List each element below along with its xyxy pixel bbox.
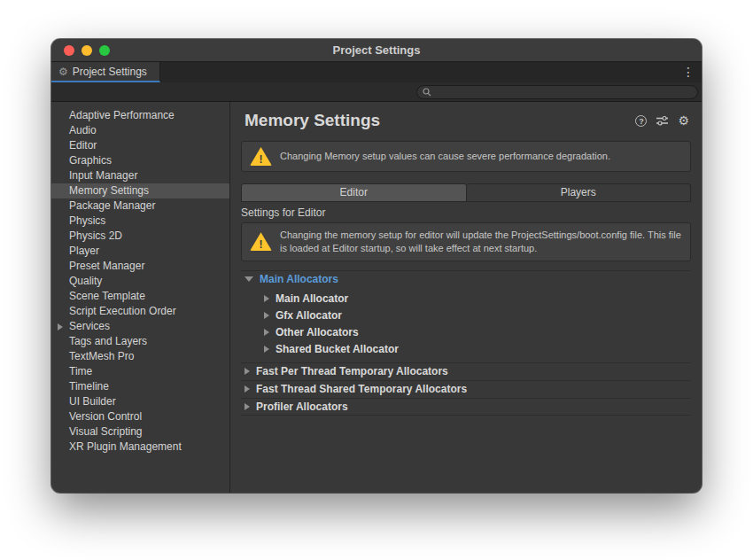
memory-settings-panel: Memory Settings ? ⚙: [230, 102, 702, 493]
project-settings-window: Project Settings ⚙ Project Settings ⋮: [51, 39, 702, 493]
sidebar-item-input-manager[interactable]: Input Manager: [51, 168, 229, 183]
sidebar-item-label: Adaptive Performance: [69, 109, 175, 121]
foldout-main-allocators[interactable]: Main Allocators: [241, 270, 691, 288]
help-icon[interactable]: ?: [635, 115, 647, 127]
foldout-closed-icon: [264, 295, 269, 302]
foldout-label: Other Allocators: [276, 326, 359, 338]
sidebar-item-label: Timeline: [69, 380, 109, 393]
header-icons: ? ⚙: [635, 114, 689, 127]
page-title: Memory Settings: [245, 111, 380, 130]
main-allocators-children: Main Allocator Gfx Allocator Other Alloc…: [241, 288, 691, 362]
foldout-label: Fast Thread Shared Temporary Allocators: [256, 383, 467, 395]
sidebar-item-package-manager[interactable]: Package Manager: [51, 198, 229, 214]
foldout-closed-icon: [264, 346, 269, 353]
foldout-closed-icon: [245, 385, 250, 393]
sidebar-item-version-control[interactable]: Version Control: [51, 409, 229, 424]
sidebar-item-label: Package Manager: [69, 199, 155, 212]
sidebar-item-quality[interactable]: Quality: [51, 274, 229, 289]
sidebar-item-editor[interactable]: Editor: [51, 138, 229, 153]
sidebar-item-label: Scene Template: [69, 290, 145, 302]
warning-exclamation: !: [250, 154, 272, 165]
search-field[interactable]: [416, 85, 698, 99]
settings-sidebar: Adaptive Performance Audio Editor Graphi…: [51, 102, 230, 493]
search-input[interactable]: [435, 87, 692, 97]
foldout-label: Main Allocators: [260, 273, 338, 285]
foldout-profiler-allocators[interactable]: Profiler Allocators: [241, 398, 691, 416]
settings-for-label: Settings for Editor: [241, 206, 691, 219]
sidebar-item-label: Time: [69, 365, 92, 377]
sidebar-item-label: Input Manager: [69, 169, 137, 182]
sidebar-item-label: Script Execution Order: [69, 305, 176, 317]
sidebar-item-memory-settings[interactable]: Memory Settings: [51, 183, 229, 198]
warning-text: Changing Memory setup values can cause s…: [280, 150, 610, 163]
tab-editor[interactable]: Editor: [241, 183, 467, 202]
dock-tab-strip: ⚙ Project Settings ⋮: [51, 62, 702, 82]
sidebar-item-adaptive-performance[interactable]: Adaptive Performance: [51, 108, 229, 123]
sidebar-item-physics[interactable]: Physics: [51, 214, 229, 229]
foldout-shared-bucket-allocator[interactable]: Shared Bucket Allocator: [241, 341, 691, 358]
gear-icon[interactable]: ⚙: [678, 114, 689, 127]
foldout-gfx-allocator[interactable]: Gfx Allocator: [241, 307, 691, 324]
foldout-label: Shared Bucket Allocator: [276, 343, 399, 355]
foldout-closed-icon: [264, 312, 269, 319]
foldout-closed-icon: [264, 329, 269, 336]
warning-box-global: ! Changing Memory setup values can cause…: [241, 141, 691, 172]
foldout-other-allocators[interactable]: Other Allocators: [241, 324, 691, 341]
sidebar-item-script-execution-order[interactable]: Script Execution Order: [51, 304, 229, 319]
window-menu-icon[interactable]: ⋮: [682, 62, 695, 82]
sidebar-item-time[interactable]: Time: [51, 364, 229, 379]
warning-box-editor: ! Changing the memory setup for editor w…: [241, 222, 691, 261]
dock-tab-label: Project Settings: [73, 66, 147, 78]
sidebar-item-visual-scripting[interactable]: Visual Scripting: [51, 424, 229, 439]
foldout-label: Fast Per Thread Temporary Allocators: [256, 365, 448, 377]
sidebar-item-label: Tags and Layers: [69, 335, 147, 347]
foldout-fast-thread-shared-temporary-allocators[interactable]: Fast Thread Shared Temporary Allocators: [241, 380, 691, 398]
sidebar-item-label: Preset Manager: [69, 260, 144, 272]
sidebar-item-physics-2d[interactable]: Physics 2D: [51, 229, 229, 244]
sidebar-item-scene-template[interactable]: Scene Template: [51, 289, 229, 304]
panel-header: Memory Settings ? ⚙: [230, 102, 702, 137]
foldout-label: Profiler Allocators: [256, 401, 348, 413]
search-icon: [423, 88, 431, 97]
sidebar-item-label: XR Plugin Management: [69, 440, 182, 453]
sidebar-item-xr-plugin-management[interactable]: XR Plugin Management: [51, 439, 229, 455]
sidebar-item-label: Audio: [69, 124, 97, 136]
sidebar-item-label: UI Builder: [69, 395, 116, 408]
content-area: Adaptive Performance Audio Editor Graphi…: [51, 102, 702, 493]
tab-players[interactable]: Players: [467, 183, 692, 202]
sidebar-item-textmesh-pro[interactable]: TextMesh Pro: [51, 349, 229, 364]
sidebar-item-graphics[interactable]: Graphics: [51, 153, 229, 168]
sidebar-item-tags-and-layers[interactable]: Tags and Layers: [51, 334, 229, 349]
sidebar-item-label: Quality: [69, 275, 102, 287]
foldout-open-icon: [245, 276, 253, 282]
sidebar-item-audio[interactable]: Audio: [51, 123, 229, 138]
sidebar-item-services[interactable]: Services: [51, 319, 229, 334]
sidebar-item-preset-manager[interactable]: Preset Manager: [51, 259, 229, 274]
warning-icon: !: [250, 147, 272, 166]
titlebar: Project Settings: [51, 39, 702, 62]
sidebar-item-label: Memory Settings: [69, 184, 149, 197]
sidebar-item-label: Services: [69, 320, 110, 332]
foldout-fast-per-thread-temporary-allocators[interactable]: Fast Per Thread Temporary Allocators: [241, 362, 691, 380]
sidebar-item-label: Graphics: [69, 154, 112, 167]
tab-project-settings[interactable]: ⚙ Project Settings: [51, 62, 160, 82]
foldout-closed-icon: [245, 403, 250, 410]
sidebar-item-ui-builder[interactable]: UI Builder: [51, 394, 229, 409]
warning-exclamation: !: [250, 239, 272, 250]
gear-icon: ⚙: [58, 66, 68, 77]
sidebar-item-label: Physics 2D: [69, 229, 122, 242]
sidebar-item-label: TextMesh Pro: [69, 350, 134, 362]
preset-icon[interactable]: [656, 115, 669, 126]
sidebar-item-label: Physics: [69, 214, 105, 227]
sidebar-item-label: Version Control: [69, 410, 142, 423]
sidebar-item-timeline[interactable]: Timeline: [51, 379, 229, 394]
foldout-closed-icon: [245, 368, 250, 375]
sidebar-item-player[interactable]: Player: [51, 244, 229, 259]
allocators-list: Main Allocators Main Allocator Gfx Alloc…: [241, 270, 691, 416]
foldout-label: Gfx Allocator: [276, 309, 342, 322]
foldout-arrow-icon: [58, 323, 63, 331]
sidebar-item-label: Player: [69, 245, 99, 257]
warning-text: Changing the memory setup for editor wil…: [280, 229, 682, 255]
foldout-main-allocator[interactable]: Main Allocator: [241, 291, 691, 307]
warning-icon: !: [250, 232, 272, 251]
